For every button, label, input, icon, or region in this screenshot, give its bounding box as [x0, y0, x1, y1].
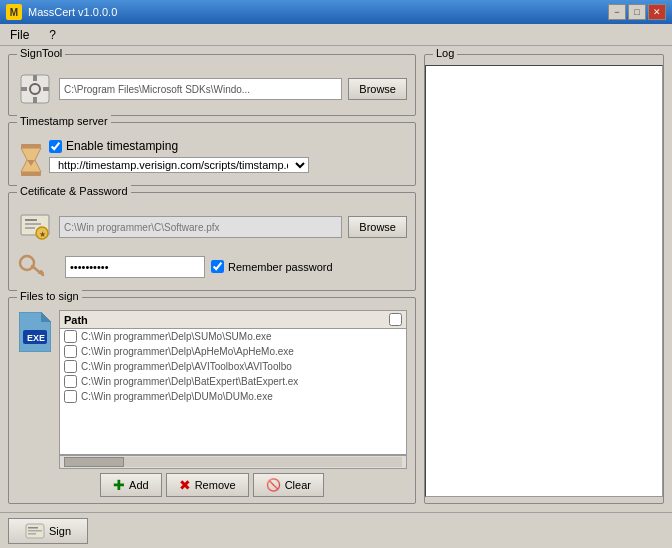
file-path-2: C:\Win programmer\Delp\AVIToolbox\AVIToo… — [81, 361, 292, 372]
signtool-icon — [17, 71, 53, 107]
file-path-4: C:\Win programmer\Delp\DUMo\DUMo.exe — [81, 391, 273, 402]
cert-row: ★ Browse — [17, 209, 407, 245]
hscroll-track — [64, 457, 402, 467]
certificate-svg: ★ — [19, 211, 51, 243]
hscroll-thumb[interactable] — [64, 457, 124, 467]
minimize-button[interactable]: − — [608, 4, 626, 20]
horizontal-scrollbar[interactable] — [59, 455, 407, 469]
exe-file-svg: EXE — [19, 312, 51, 352]
file-checkbox-1[interactable] — [64, 345, 77, 358]
svg-text:★: ★ — [39, 230, 46, 239]
file-checkbox-4[interactable] — [64, 390, 77, 403]
file-path-3: C:\Win programmer\Delp\BatExpert\BatExpe… — [81, 376, 298, 387]
add-label: Add — [129, 479, 149, 491]
list-header: Path — [59, 310, 407, 329]
exe-icon: EXE — [17, 314, 53, 350]
list-item[interactable]: C:\Win programmer\Delp\DUMo\DUMo.exe — [60, 389, 406, 404]
cert-browse-button[interactable]: Browse — [348, 216, 407, 238]
certificate-label: Cetificate & Password — [17, 185, 131, 197]
file-checkbox-3[interactable] — [64, 375, 77, 388]
svg-text:EXE: EXE — [27, 333, 45, 343]
title-bar-left: M MassCert v1.0.0.0 — [6, 4, 117, 20]
cert-icon: ★ — [17, 209, 53, 245]
clear-button[interactable]: 🚫 Clear — [253, 473, 324, 497]
key-icon-spacer — [17, 251, 59, 282]
svg-rect-2 — [33, 75, 37, 81]
files-inner: EXE Path C:\Win programmer\Delp\SUMo\SUM… — [17, 310, 407, 469]
svg-rect-8 — [21, 172, 41, 176]
file-checkbox-0[interactable] — [64, 330, 77, 343]
list-item[interactable]: C:\Win programmer\Delp\ApHeMo\ApHeMo.exe — [60, 344, 406, 359]
password-input[interactable] — [65, 256, 205, 278]
file-checkbox-2[interactable] — [64, 360, 77, 373]
svg-rect-6 — [21, 144, 41, 148]
signtool-browse-button[interactable]: Browse — [348, 78, 407, 100]
sign-icon — [25, 523, 45, 539]
log-label: Log — [433, 47, 457, 59]
add-icon: ✚ — [113, 477, 125, 493]
svg-rect-4 — [21, 87, 27, 91]
timestamp-label: Timestamp server — [17, 115, 111, 127]
certificate-group: Cetificate & Password ★ Browse — [8, 192, 416, 291]
enable-timestamp-text: Enable timestamping — [66, 139, 178, 153]
signtool-label: SignTool — [17, 47, 65, 59]
remember-password-checkbox[interactable] — [211, 260, 224, 273]
enable-timestamp-checkbox[interactable] — [49, 140, 62, 153]
signtool-path-input[interactable] — [59, 78, 342, 100]
right-panel: Log — [424, 54, 664, 504]
timestamp-section: Enable timestamping http://timestamp.ver… — [17, 139, 407, 173]
password-row: Remember password — [17, 251, 407, 282]
remember-password-label: Remember password — [228, 261, 333, 273]
svg-point-16 — [20, 256, 34, 270]
title-bar: M MassCert v1.0.0.0 − □ ✕ — [0, 0, 672, 24]
menu-help[interactable]: ? — [43, 26, 62, 44]
svg-marker-21 — [41, 312, 51, 322]
remove-button[interactable]: ✖ Remove — [166, 473, 249, 497]
cert-path-input[interactable] — [59, 216, 342, 238]
menu-file[interactable]: File — [4, 26, 35, 44]
svg-rect-5 — [43, 87, 49, 91]
hourglass-icon — [17, 142, 45, 170]
title-bar-controls: − □ ✕ — [608, 4, 666, 20]
files-label: Files to sign — [17, 290, 82, 302]
app-icon: M — [6, 4, 22, 20]
add-button[interactable]: ✚ Add — [100, 473, 162, 497]
timestamp-url-select[interactable]: http://timestamp.verisign.com/scripts/ti… — [49, 157, 309, 173]
close-button[interactable]: ✕ — [648, 4, 666, 20]
svg-rect-13 — [25, 227, 35, 229]
log-textarea[interactable] — [425, 65, 663, 497]
menu-bar: File ? — [0, 24, 672, 46]
clear-label: Clear — [285, 479, 311, 491]
maximize-button[interactable]: □ — [628, 4, 646, 20]
log-group: Log — [424, 54, 664, 504]
file-path-1: C:\Win programmer\Delp\ApHeMo\ApHeMo.exe — [81, 346, 294, 357]
svg-rect-26 — [28, 530, 42, 532]
remember-row: Remember password — [211, 260, 333, 273]
sign-button[interactable]: Sign — [8, 518, 88, 544]
svg-rect-27 — [28, 533, 36, 535]
remove-icon: ✖ — [179, 477, 191, 493]
path-column-header: Path — [64, 314, 88, 326]
svg-rect-11 — [25, 219, 37, 221]
svg-rect-3 — [33, 97, 37, 103]
svg-rect-12 — [25, 223, 41, 225]
enable-timestamp-row: Enable timestamping http://timestamp.ver… — [17, 139, 407, 173]
bottom-bar: Sign — [0, 512, 672, 548]
list-item[interactable]: C:\Win programmer\Delp\SUMo\SUMo.exe — [60, 329, 406, 344]
files-list-container: Path C:\Win programmer\Delp\SUMo\SUMo.ex… — [59, 310, 407, 469]
signtool-group: SignTool Browse — [8, 54, 416, 116]
hourglass-svg — [17, 142, 45, 178]
files-list[interactable]: C:\Win programmer\Delp\SUMo\SUMo.exe C:\… — [59, 329, 407, 455]
files-group: Files to sign EXE Path — [8, 297, 416, 504]
main-area: SignTool Browse Timestamp ser — [0, 46, 672, 512]
remove-label: Remove — [195, 479, 236, 491]
clear-icon: 🚫 — [266, 478, 281, 492]
svg-line-19 — [41, 271, 43, 273]
list-item[interactable]: C:\Win programmer\Delp\AVIToolbox\AVIToo… — [60, 359, 406, 374]
file-path-0: C:\Win programmer\Delp\SUMo\SUMo.exe — [81, 331, 272, 342]
select-all-checkbox[interactable] — [389, 313, 402, 326]
sign-label: Sign — [49, 525, 71, 537]
svg-rect-25 — [28, 527, 38, 529]
list-item[interactable]: C:\Win programmer\Delp\BatExpert\BatExpe… — [60, 374, 406, 389]
gear-wrench-icon — [19, 73, 51, 105]
